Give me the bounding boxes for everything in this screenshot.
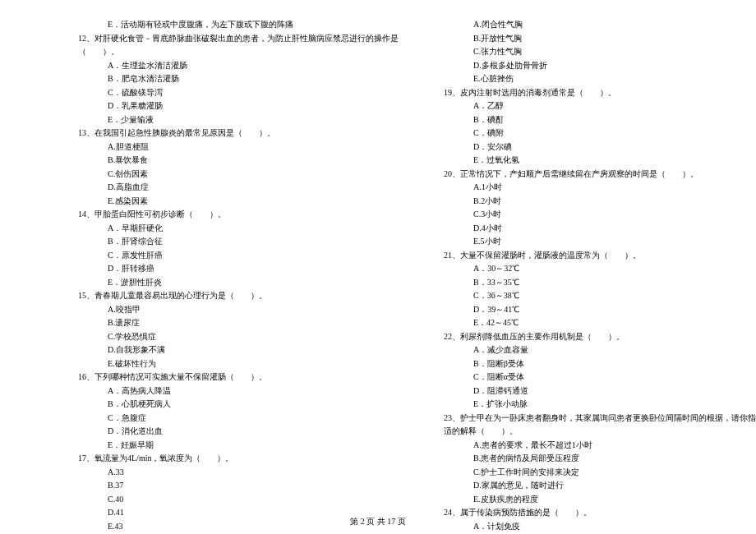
left-line: E．少量输液 bbox=[78, 113, 399, 127]
left-line: B.暴饮暴食 bbox=[78, 154, 399, 168]
right-line: 19、皮内注射时选用的消毒剂通常是（ ）。 bbox=[444, 86, 756, 100]
right-line: B.患者的病情及局部受压程度 bbox=[444, 452, 756, 466]
left-line: A.33 bbox=[78, 466, 399, 480]
right-line: B.2小时 bbox=[444, 195, 756, 209]
left-line: C．原发性肝癌 bbox=[78, 249, 399, 263]
left-line: B.37 bbox=[78, 479, 399, 493]
right-line: E.5小时 bbox=[444, 235, 756, 249]
right-line: D．阻滞钙通道 bbox=[444, 384, 756, 398]
left-line: E．妊娠早期 bbox=[78, 439, 399, 453]
left-line: C.创伤因素 bbox=[78, 168, 399, 182]
left-line: 14、甲胎蛋白阳性可初步诊断（ ）。 bbox=[78, 208, 399, 222]
right-line: A.1小时 bbox=[444, 181, 756, 195]
right-line: 23、护士甲在为一卧床患者翻身时，其家属询问患者更换卧位间隔时间的根据，请你指出… bbox=[444, 412, 756, 426]
right-line: A.患者的要求，最长不超过1小时 bbox=[444, 439, 756, 453]
left-line: B．肥皂水清洁灌肠 bbox=[78, 72, 399, 86]
left-line: A．高热病人降温 bbox=[78, 384, 399, 398]
right-line: 21、大量不保留灌肠时，灌肠液的温度常为（ ）。 bbox=[444, 249, 756, 263]
right-line: E．扩张小动脉 bbox=[444, 398, 756, 412]
right-line: D.多根多处肋骨骨折 bbox=[444, 59, 756, 73]
right-column: A.闭合性气胸B.开放性气胸C.张力性气胸D.多根多处肋骨骨折E.心脏挫伤19、… bbox=[444, 18, 756, 534]
page-content: E．活动期有轻或中度腹痛，为左下腹或下腹的阵痛12、对肝硬化食管－胃底静脉曲张破… bbox=[0, 0, 756, 534]
left-line: 13、在我国引起急性胰腺炎的最常见原因是（ ）。 bbox=[78, 127, 399, 140]
right-line: A.闭合性气胸 bbox=[444, 18, 756, 32]
right-line: B.开放性气胸 bbox=[444, 32, 756, 46]
right-line: B．33～35℃ bbox=[444, 276, 756, 290]
right-line: A．减少血容量 bbox=[444, 343, 756, 357]
right-line: E.心脏挫伤 bbox=[444, 72, 756, 86]
left-line: B．心肌梗死病人 bbox=[78, 398, 399, 412]
right-line: 适的解释（ ）。 bbox=[444, 425, 756, 439]
right-line: E.皮肤疾患的程度 bbox=[444, 493, 756, 507]
right-line: A．30～32℃ bbox=[444, 262, 756, 276]
left-line: C.学校恐惧症 bbox=[78, 330, 399, 344]
right-line: D．39～41℃ bbox=[444, 303, 756, 317]
left-line: 17、氧流量为4L/min，氧浓度为（ ）。 bbox=[78, 452, 399, 466]
left-line: D.高脂血症 bbox=[78, 181, 399, 195]
left-line: 16、下列哪种情况可实施大量不保留灌肠（ ）。 bbox=[78, 371, 399, 384]
left-line: A．生理盐水清洁灌肠 bbox=[78, 59, 399, 73]
left-line: B．肝肾综合征 bbox=[78, 235, 399, 249]
right-line: C．36～38℃ bbox=[444, 289, 756, 303]
left-line: B.遗尿症 bbox=[78, 316, 399, 330]
left-column: E．活动期有轻或中度腹痛，为左下腹或下腹的阵痛12、对肝硬化食管－胃底静脉曲张破… bbox=[78, 18, 399, 534]
left-line: E．活动期有轻或中度腹痛，为左下腹或下腹的阵痛 bbox=[78, 18, 399, 32]
left-line: A．早期肝硬化 bbox=[78, 222, 399, 236]
left-line: （ ）。 bbox=[78, 45, 399, 59]
right-line: E．42～45℃ bbox=[444, 316, 756, 330]
right-line: D.家属的意见，随时进行 bbox=[444, 479, 756, 493]
left-line: A.咬指甲 bbox=[78, 303, 399, 317]
left-line: D．乳果糖灌肠 bbox=[78, 99, 399, 113]
right-line: E．过氧化氢 bbox=[444, 154, 756, 168]
right-line: 22、利尿剂降低血压的主要作用机制是（ ）。 bbox=[444, 330, 756, 344]
left-line: 15、青春期儿童最容易出现的心理行为是（ ）。 bbox=[78, 289, 399, 303]
left-line: E.破坏性行为 bbox=[78, 357, 399, 371]
left-line: A.胆道梗阻 bbox=[78, 140, 399, 154]
left-line: E．淤胆性肝炎 bbox=[78, 276, 399, 290]
right-line: C.护士工作时间的安排来决定 bbox=[444, 466, 756, 480]
left-line: E.感染因素 bbox=[78, 195, 399, 209]
left-line: 12、对肝硬化食管－胃底静脉曲张破裂出血的患者，为防止肝性脑病应禁忌进行的操作是 bbox=[78, 32, 399, 46]
page-footer: 第 2 页 共 17 页 bbox=[0, 516, 756, 527]
left-line: C．硫酸镁导泻 bbox=[78, 86, 399, 100]
right-line: D.4小时 bbox=[444, 222, 756, 236]
left-line: D．肝转移癌 bbox=[78, 262, 399, 276]
left-line: C.40 bbox=[78, 493, 399, 507]
right-line: B．碘酊 bbox=[444, 113, 756, 127]
left-line: C．急腹症 bbox=[78, 412, 399, 426]
right-line: D．安尔碘 bbox=[444, 140, 756, 154]
left-line: D．消化道出血 bbox=[78, 425, 399, 439]
right-line: B．阻断β受体 bbox=[444, 357, 756, 371]
right-line: A．乙醇 bbox=[444, 99, 756, 113]
right-line: C．阻断α受体 bbox=[444, 371, 756, 384]
right-line: 20、正常情况下，产妇顺产后需继续留在产房观察的时间是（ ）。 bbox=[444, 168, 756, 182]
right-line: C.张力性气胸 bbox=[444, 45, 756, 59]
right-line: C.3小时 bbox=[444, 208, 756, 222]
left-line: D.自我形象不满 bbox=[78, 343, 399, 357]
right-line: C．碘附 bbox=[444, 127, 756, 140]
